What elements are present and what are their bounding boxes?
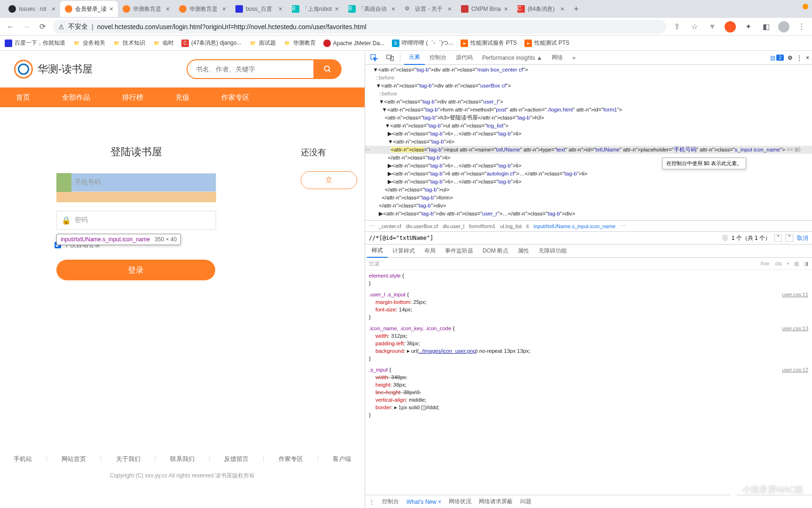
drawer-tab[interactable]: 网络状况 [449,498,471,506]
close-icon[interactable]: × [166,5,170,13]
new-rule-icon[interactable]: + [787,261,789,267]
drawer-tab[interactable]: 问题 [520,498,531,506]
elements-breadcrumb[interactable]: ⋯ _center.cf div.userBox.cf div.user_l f… [365,220,812,231]
footer-link[interactable]: 客户端 [333,455,351,463]
nav-item[interactable]: 充值 [159,87,205,107]
search-input[interactable] [187,59,313,79]
close-icon[interactable]: × [438,499,441,505]
browser-tab[interactable]: CNPM Bina× [456,1,513,17]
close-icon[interactable]: × [504,5,508,13]
footer-link[interactable]: 联系我们 [170,455,195,463]
styles-tab[interactable]: 事件监听器 [440,245,478,258]
devtools-tab-perf[interactable]: Performance insights ▲ [477,51,547,65]
elements-tree[interactable]: ▼<attr-n">class="tag-b">div attr-n">clas… [365,65,812,220]
bookmark-item[interactable]: 📁面试题 [249,39,276,47]
phone-input-highlighted[interactable]: 手机号码 [56,173,216,192]
drawer-tab[interactable]: What's New × [406,499,441,505]
extensions-icon[interactable]: ✦ [742,21,754,32]
bookmark-item[interactable]: C(47条消息) django... [181,39,242,47]
bookmark-item[interactable]: b哔哩哔哩 (゜-゜)つ... [392,39,453,47]
search-next-icon[interactable]: ˅ [786,234,793,242]
close-icon[interactable]: × [335,5,339,13]
sidepanel-icon[interactable]: ◧ [760,21,772,32]
more-icon[interactable]: ⋮ [796,55,802,61]
devtools-tab-elements[interactable]: 元素 [404,51,425,65]
browser-tab[interactable]: 华测教育是× [174,1,231,17]
devtools-tabs-more[interactable]: » [568,51,580,65]
site-logo[interactable]: 华测-读书屋 [14,60,93,79]
cls-toggle[interactable]: .cls [774,261,782,267]
browser-tab[interactable]: 会员登录_读× [60,1,118,17]
search-prev-icon[interactable]: ˄ [774,234,782,242]
devtools-tab-network[interactable]: 网络 [547,51,568,65]
settings-icon[interactable]: ⚙ [788,55,793,61]
nav-item[interactable]: 排行榜 [106,87,159,107]
share-icon[interactable]: ⇧ [671,21,682,32]
styles-tab[interactable]: 布局 [420,245,440,258]
bookmark-item[interactable]: 📁业务相关 [73,39,105,47]
search-cancel-button[interactable]: 取消 [797,234,808,242]
styles-tab[interactable]: 计算样式 [388,245,420,258]
close-icon[interactable]: × [279,5,282,13]
extension-icon[interactable]: ▼ [707,21,718,32]
styles-tab[interactable]: DOM 断点 [478,245,513,258]
footer-link[interactable]: 作家专区 [279,455,303,463]
menu-icon[interactable]: ⋮ [796,21,807,32]
nav-item[interactable]: 全部作品 [46,87,106,107]
browser-tab[interactable]: 华测教育是× [118,1,174,17]
styles-panel[interactable]: element.style {}user.css:11.user_l .s_in… [365,270,812,495]
browser-tab[interactable]: B「上海robot× [287,1,344,17]
footer-link[interactable]: 手机站 [14,455,32,463]
forward-button[interactable]: → [21,21,32,32]
bookmark-item[interactable]: Apache JMeter Da... [323,40,384,47]
close-devtools-icon[interactable]: × [806,55,809,61]
bookmark-star-icon[interactable]: ☆ [689,21,700,32]
browser-tab[interactable]: B「高级自动× [344,1,400,17]
drawer-tab[interactable]: 网络请求屏蔽 [479,498,513,506]
computed-icon[interactable]: ▥ [794,261,799,267]
clear-search-icon[interactable]: ⓧ [722,234,728,242]
nav-item[interactable]: 首页 [0,87,46,107]
footer-link[interactable]: 关于我们 [116,455,141,463]
close-icon[interactable]: × [222,5,226,13]
close-icon[interactable]: × [391,5,395,13]
search-button[interactable] [313,59,342,79]
new-tab-button[interactable]: + [569,4,584,14]
bookmark-item[interactable]: ▸性能测试 PTS [524,39,570,47]
styles-filter-input[interactable]: 过滤 [369,260,756,267]
styles-tab[interactable]: 样式 [367,245,388,258]
close-icon[interactable]: × [52,5,55,13]
devtools-tab-sources[interactable]: 源代码 [451,51,477,65]
password-input[interactable]: 🔒 密码 [56,211,216,230]
browser-tab[interactable]: ⚙设置 - 关于× [400,1,456,17]
browser-tab[interactable]: C(64条消息)× [513,1,569,17]
footer-link[interactable]: 网站首页 [62,455,86,463]
hov-toggle[interactable]: :hov [759,261,769,267]
styles-tab[interactable]: 属性 [513,245,534,258]
sidebar-icon[interactable]: ◨ [804,261,808,267]
drawer-more-icon[interactable]: ⋮ [369,499,375,505]
device-toggle-icon[interactable] [384,52,396,64]
address-field[interactable]: ⚠ 不安全 | novel.hctestedu.com/user/login.h… [53,20,666,34]
bookmark-item[interactable]: 📁临时 [153,39,174,47]
bookmark-item[interactable]: 📁技术知识 [113,39,145,47]
styles-tab[interactable]: 无障碍功能 [534,245,571,258]
bookmark-item[interactable]: 📁华测教育 [283,39,316,47]
bookmark-item[interactable]: ▸性能测试服务 PTS [461,39,517,47]
back-button[interactable]: ← [5,21,16,32]
footer-link[interactable]: 反馈留言 [224,455,249,463]
browser-tab[interactable]: Issues · rot× [4,1,60,17]
profile-icon[interactable] [778,21,789,32]
reload-button[interactable]: ⟳ [37,21,48,32]
close-icon[interactable]: × [448,5,452,13]
close-icon[interactable]: × [561,5,564,13]
login-button[interactable]: 登录 [56,260,215,280]
issues-icon[interactable]: ▤ [770,55,775,61]
inspect-element-icon[interactable] [368,52,380,64]
bookmark-item[interactable]: 百度一下，你就知道 [5,39,65,47]
extension-icon[interactable] [725,21,736,32]
devtools-tab-console[interactable]: 控制台 [425,51,451,65]
browser-tab[interactable]: boss_百度× [231,1,287,17]
drawer-tab[interactable]: 控制台 [382,498,399,506]
register-button[interactable]: 立 [301,171,357,189]
